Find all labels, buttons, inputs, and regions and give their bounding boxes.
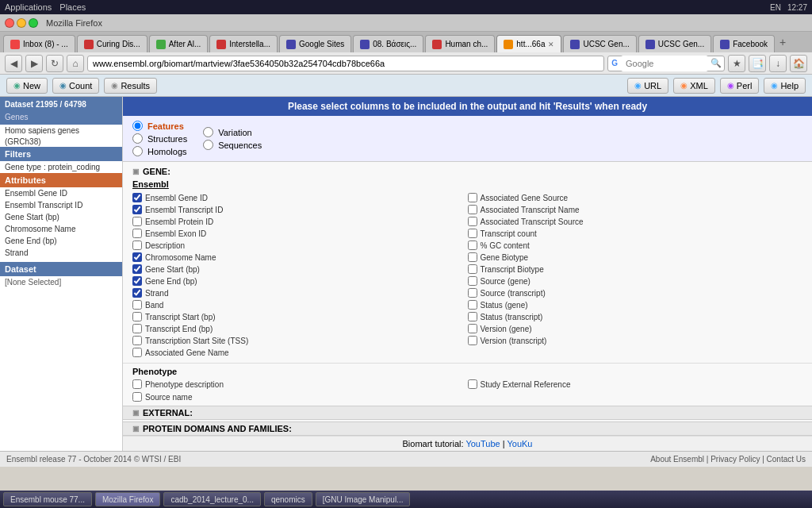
dataset-count: 21995 / 64798 (36, 100, 86, 109)
google-search-input[interactable] (621, 56, 708, 71)
radio-homologs[interactable] (132, 146, 143, 156)
maximize-button[interactable] (29, 18, 38, 28)
sidebar-filters-header[interactable]: Filters (0, 147, 122, 161)
applications-menu[interactable]: Applications (5, 2, 52, 12)
url-input[interactable] (87, 56, 604, 71)
tab-curing[interactable]: Curing Dis... (77, 35, 147, 52)
window-controls[interactable] (5, 18, 38, 28)
tab-favicon-htt66a (504, 40, 513, 49)
cb-gene-start: Gene Start (bp) (132, 264, 468, 275)
label-ensembl-gene-id: Ensembl Gene ID (145, 194, 208, 202)
results-button[interactable]: ◉ Results (104, 78, 157, 94)
checkbox-ensembl-exon-id[interactable] (132, 229, 142, 238)
checkbox-source-gene[interactable] (468, 276, 477, 286)
minimize-button[interactable] (17, 18, 26, 28)
system-bar: Applications Places EN 12:27 (0, 0, 812, 14)
tab-vaseis[interactable]: 08. Βάσεις... (353, 35, 423, 52)
sidebar-attributes-header[interactable]: Attributes (0, 173, 122, 187)
radio-sequences[interactable] (203, 140, 213, 150)
checkbox-gene-start[interactable] (132, 264, 142, 274)
taskbar-cadb[interactable]: cadb_2014_lecture_0... (163, 492, 261, 506)
sidebar-attr-chromosome-name[interactable]: Chromosome Name (0, 223, 122, 235)
sidebar-attr-gene-start[interactable]: Gene Start (bp) (0, 211, 122, 223)
sidebar-attr-ensembl-gene-id[interactable]: Ensembl Gene ID (0, 187, 122, 199)
radio-variation[interactable] (203, 127, 213, 137)
perl-button[interactable]: ◉ Perl (720, 78, 760, 94)
checkbox-gc-content[interactable] (468, 241, 477, 250)
sidebar-filter-gene-type[interactable]: Gene type : protein_coding (0, 161, 122, 173)
new-button[interactable]: ◉ New (6, 78, 48, 94)
checkbox-ensembl-protein-id[interactable] (132, 217, 142, 226)
checkbox-assoc-gene-name[interactable] (132, 348, 142, 357)
checkbox-study-external[interactable] (468, 379, 477, 389)
checkbox-source-transcript[interactable] (468, 288, 477, 298)
checkbox-description[interactable] (132, 241, 142, 250)
checkbox-gene-biotype[interactable] (468, 252, 477, 262)
tab-human-ch[interactable]: Human ch... (425, 35, 495, 52)
bookmark-star[interactable]: ★ (728, 55, 745, 72)
tab-ucsc-gen2[interactable]: UCSC Gen... (638, 35, 711, 52)
search-submit-icon[interactable]: 🔍 (708, 58, 724, 68)
sidebar-attr-ensembl-transcript-id[interactable]: Ensembl Transcript ID (0, 199, 122, 211)
checkbox-assoc-transcript-name[interactable] (468, 205, 477, 214)
tab-after[interactable]: After Al... (149, 35, 209, 52)
tab-htt66a[interactable]: htt...66a ✕ (496, 35, 561, 52)
checkbox-phenotype-desc[interactable] (132, 379, 142, 389)
tab-google-sites[interactable]: Google Sites (279, 35, 351, 52)
checkbox-gene-end[interactable] (132, 276, 142, 286)
checkbox-transcript-count[interactable] (468, 229, 477, 238)
xml-button[interactable]: ◉ XML (673, 78, 715, 94)
sidebar-attr-gene-end[interactable]: Gene End (bp) (0, 235, 122, 247)
help-button[interactable]: ◉ Help (764, 78, 806, 94)
youtube-link[interactable]: YouTube (465, 439, 500, 448)
protein-domains-section-header[interactable]: ▣ PROTEIN DOMAINS AND FAMILIES: (123, 421, 812, 436)
reload-button[interactable]: ↻ (46, 55, 63, 72)
checkbox-source-name[interactable] (132, 392, 142, 402)
count-button[interactable]: ◉ Count (52, 78, 99, 94)
home-nav-button[interactable]: 🏠 (790, 55, 807, 72)
tab-inbox[interactable]: Inbox (8) - ... (3, 35, 75, 52)
checkbox-assoc-gene-source[interactable] (468, 193, 477, 202)
back-button[interactable]: ◀ (5, 55, 22, 72)
forward-button[interactable]: ▶ (25, 55, 43, 72)
keyboard-indicator: EN (770, 3, 781, 12)
download-button[interactable]: ↓ (769, 55, 787, 72)
taskbar-gimp[interactable]: [GNU Image Manipul... (316, 492, 411, 506)
new-tab-button[interactable]: + (776, 36, 789, 48)
external-section-header[interactable]: ▣ EXTERNAL: (123, 406, 812, 420)
checkbox-ensembl-gene-id[interactable] (132, 193, 142, 202)
bookmark-button[interactable]: 📑 (749, 55, 766, 72)
checkbox-version-gene[interactable] (468, 324, 477, 333)
checkbox-transcript-end[interactable] (132, 324, 142, 333)
tab-close-htt66a[interactable]: ✕ (548, 40, 554, 48)
radio-features[interactable] (132, 121, 143, 131)
taskbar-firefox[interactable]: Mozilla Firefox (95, 492, 160, 506)
checkbox-band[interactable] (132, 300, 142, 310)
label-phenotype-desc: Phenotype description (145, 380, 224, 389)
checkbox-tss[interactable] (132, 336, 142, 345)
checkbox-strand[interactable] (132, 288, 142, 298)
home-button[interactable]: ⌂ (67, 55, 84, 72)
taskbar-qenomics[interactable]: qenomics (264, 492, 312, 506)
sidebar-dataset2-header[interactable]: Dataset (0, 262, 122, 276)
checkbox-transcript-start[interactable] (132, 312, 142, 321)
checkbox-chromosome-name[interactable] (132, 252, 142, 262)
tab-ucsc-gen1[interactable]: UCSC Gen... (563, 35, 636, 52)
checkbox-status-gene[interactable] (468, 300, 477, 310)
collapse-gene-icon[interactable]: ▣ (132, 167, 140, 175)
cb-source-transcript: Source (transcript) (468, 287, 803, 298)
close-button[interactable] (5, 18, 14, 28)
tab-interstellar[interactable]: Interstella... (209, 35, 278, 52)
checkbox-status-transcript[interactable] (468, 312, 477, 321)
url-button[interactable]: ◉ URL (627, 78, 668, 94)
taskbar-ensembl[interactable]: Ensembl mouse 77... (3, 492, 92, 506)
sidebar-attr-strand[interactable]: Strand (0, 247, 122, 259)
checkbox-assoc-transcript-source[interactable] (468, 217, 477, 226)
places-menu[interactable]: Places (59, 2, 86, 12)
checkbox-ensembl-transcript-id[interactable] (132, 205, 142, 214)
tab-facebook[interactable]: Facebook (713, 35, 775, 52)
radio-structures[interactable] (132, 133, 143, 144)
checkbox-transcript-biotype[interactable] (468, 264, 477, 274)
checkbox-version-transcript[interactable] (468, 336, 477, 345)
youku-link[interactable]: YouKu (507, 439, 532, 448)
